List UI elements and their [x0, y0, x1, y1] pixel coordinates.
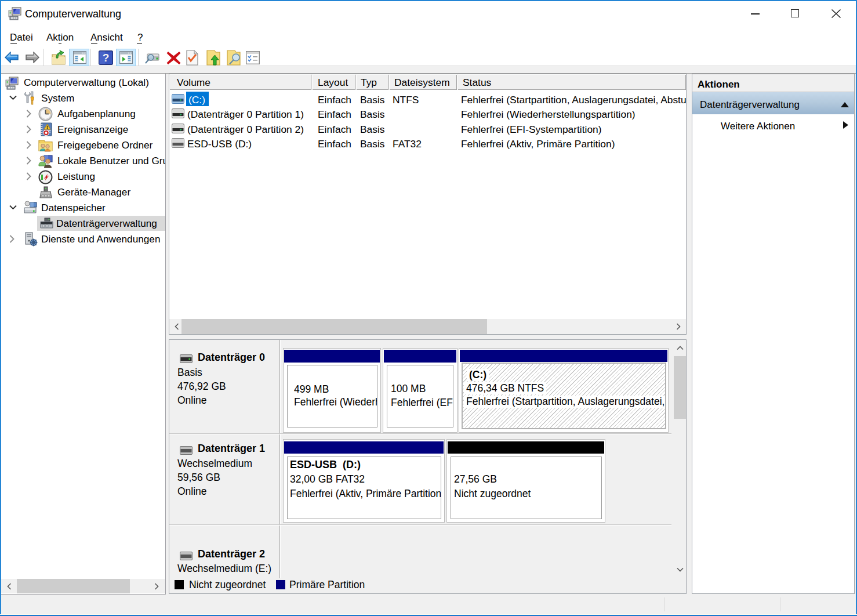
svg-text:?: ? [103, 52, 110, 64]
